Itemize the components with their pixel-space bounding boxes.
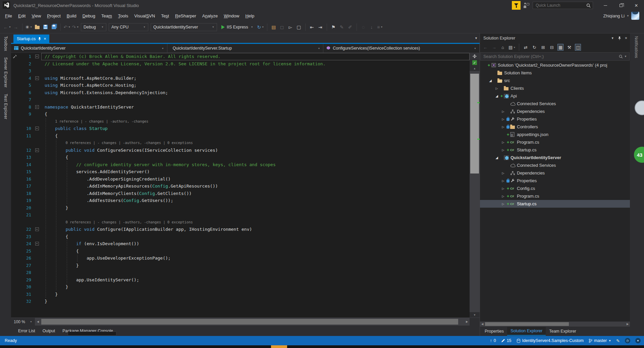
breakpoint-margin[interactable] — [11, 103, 18, 111]
close-button[interactable]: ✕ — [629, 0, 644, 10]
search-input[interactable] — [481, 54, 619, 59]
quick-launch-box[interactable] — [533, 2, 593, 9]
collapse-icon[interactable]: ◢ — [488, 79, 493, 82]
menu-window[interactable]: Window — [221, 12, 242, 20]
breakpoint-margin[interactable] — [11, 240, 18, 248]
fold-margin[interactable] — [33, 161, 41, 168]
expand-icon[interactable]: ▷ — [500, 187, 506, 190]
collapse-region-icon[interactable]: − — [35, 148, 39, 152]
user-avatar[interactable] — [631, 12, 639, 20]
code-line-25[interactable]: 25 { — [11, 248, 470, 255]
codelens-indicator[interactable]: 1 reference | - changes | -authors, -cha… — [11, 118, 470, 125]
code-line-13[interactable]: 13 { — [11, 154, 470, 161]
breakpoint-margin[interactable] — [11, 60, 18, 68]
fold-margin[interactable] — [33, 269, 41, 276]
fold-margin[interactable] — [33, 168, 41, 176]
fold-margin[interactable] — [33, 60, 41, 68]
code-line-19[interactable]: 19 .AddTestUsers(Config.GetUsers()); — [11, 197, 470, 204]
breakpoint-margin[interactable] — [11, 147, 18, 154]
code-line-8[interactable]: 8−namespace QuickstartIdentityServer — [11, 103, 470, 111]
tree-item-quickstartidentityserver[interactable]: ◢QuickstartIdentityServer — [480, 154, 630, 161]
breakpoint-margin[interactable] — [11, 82, 18, 89]
fold-margin[interactable] — [33, 154, 41, 161]
editor-splitter-handle[interactable] — [470, 53, 480, 60]
menu-team[interactable]: Team — [98, 12, 115, 20]
tree-item-program-cs[interactable]: ▷+C#Program.cs — [480, 138, 630, 146]
minimize-button[interactable] — [598, 0, 613, 10]
breakpoint-margin[interactable] — [11, 204, 18, 212]
breakpoint-margin[interactable] — [11, 233, 18, 240]
collapse-region-icon[interactable]: − — [35, 127, 39, 130]
breakpoint-margin[interactable] — [11, 183, 18, 190]
expand-icon[interactable]: ▷ — [500, 141, 506, 144]
tree-item-solution-items[interactable]: Solution Items — [480, 69, 630, 77]
refresh-icon[interactable]: ↻ — [531, 44, 537, 51]
new-project-icon[interactable]: ✳▼ — [25, 23, 33, 31]
status-clock-icon[interactable]: ◷ — [625, 338, 630, 343]
zoom-selector[interactable]: 100 % ▼ — [11, 318, 35, 326]
collapse-region-icon[interactable]: − — [35, 242, 39, 246]
pin-icon[interactable] — [618, 36, 621, 40]
status-notification-icon[interactable]: ● — [635, 338, 641, 343]
tree-item-config-cs[interactable]: ▷+C#Config.cs — [480, 185, 630, 192]
menu-help[interactable]: Help — [242, 12, 257, 20]
nav-forward-icon[interactable]: → — [12, 23, 19, 31]
breakpoint-margin[interactable] — [11, 291, 18, 298]
menu-debug[interactable]: Debug — [79, 12, 98, 20]
fold-margin[interactable] — [33, 262, 41, 269]
breakpoint-icon[interactable]: ◻ — [278, 23, 286, 31]
attach-to-process-icon[interactable]: ▤ — [270, 23, 277, 31]
breakpoint-margin[interactable] — [11, 269, 18, 276]
breakpoint-margin[interactable] — [11, 75, 18, 82]
expand-icon[interactable]: ▷ — [500, 171, 506, 175]
code-line-30[interactable]: 30 } — [11, 283, 470, 291]
tree-item-solution-quickstart2-resourceownerpasswords-4-proj[interactable]: +Solution 'Quickstart2_ResourceOwnerPass… — [480, 61, 630, 69]
menu-test[interactable]: Test — [158, 12, 172, 20]
restore-button[interactable] — [613, 0, 629, 10]
codelens-indicator[interactable]: 0 references | - changes | -authors, -ch… — [11, 219, 470, 226]
preview-selected-items-icon[interactable]: ◫ — [575, 44, 581, 51]
scrollbar-thumb[interactable] — [485, 322, 569, 326]
notifications-tab[interactable]: Notifications — [634, 36, 639, 58]
scroll-right-icon[interactable]: ▶ — [464, 318, 470, 326]
code-line-18[interactable]: 18 .AddInMemoryClients(Config.GetClients… — [11, 190, 470, 197]
floating-badge[interactable] — [635, 100, 644, 115]
breakpoint-margin[interactable] — [11, 53, 18, 60]
breakpoint-margin[interactable] — [11, 211, 18, 219]
pointer-icon[interactable]: ▻ — [287, 23, 294, 31]
breakpoint-margin[interactable] — [11, 96, 18, 103]
breakpoint-margin[interactable] — [11, 168, 18, 176]
breakpoint-margin[interactable] — [11, 197, 18, 204]
collapse-icon[interactable]: ◢ — [494, 156, 499, 159]
code-line-32[interactable]: 32} — [11, 298, 470, 305]
code-line-17[interactable]: 17 .AddInMemoryApiResources(Config.GetAp… — [11, 183, 470, 190]
document-tab-startup-cs[interactable]: Startup.cs × — [13, 34, 49, 43]
tab-error-list[interactable]: Error List — [14, 329, 39, 333]
close-icon[interactable]: × — [44, 37, 46, 41]
collapse-all-icon[interactable]: ⊟ — [549, 44, 555, 51]
menu-view[interactable]: View — [29, 12, 44, 20]
fold-margin[interactable]: − — [33, 226, 41, 233]
code-line-12[interactable]: 12− public void ConfigureServices(IServi… — [11, 147, 470, 154]
tree-item-startup-cs[interactable]: ▷+C#Startup.cs — [480, 200, 630, 208]
bookmark-icon[interactable]: ⚑ — [330, 23, 337, 31]
scrollbar-track[interactable] — [470, 71, 480, 312]
signed-in-user[interactable]: Zhiqiang Li ▼ — [603, 12, 639, 20]
menu-resharper[interactable]: ReSharper — [172, 12, 199, 20]
chevron-down-icon[interactable]: ▼ — [624, 55, 627, 58]
fold-margin[interactable] — [33, 283, 41, 291]
code-line-3[interactable]: 3 — [11, 67, 470, 75]
vertical-scrollbar[interactable]: ✓ ▲ ▼ — [470, 53, 480, 318]
notification-count-badge[interactable]: 43 — [634, 147, 644, 163]
uncomment-icon[interactable]: ✐ — [346, 23, 354, 31]
tree-item-connected-services[interactable]: Connected Services — [480, 161, 630, 169]
redo-icon[interactable]: ↷▼ — [72, 23, 79, 31]
tree-item-connected-services[interactable]: Connected Services — [480, 100, 630, 108]
indent-increase-icon[interactable]: ⇥ — [317, 23, 324, 31]
switch-views-icon[interactable]: ▤▼ — [508, 44, 516, 51]
breakpoint-margin[interactable] — [11, 67, 18, 75]
branch-indicator[interactable]: master ▼ — [589, 338, 611, 343]
collapse-region-icon[interactable]: − — [35, 55, 39, 58]
scrollbar-thumb[interactable] — [41, 319, 458, 325]
menu-build[interactable]: Build — [64, 12, 79, 20]
